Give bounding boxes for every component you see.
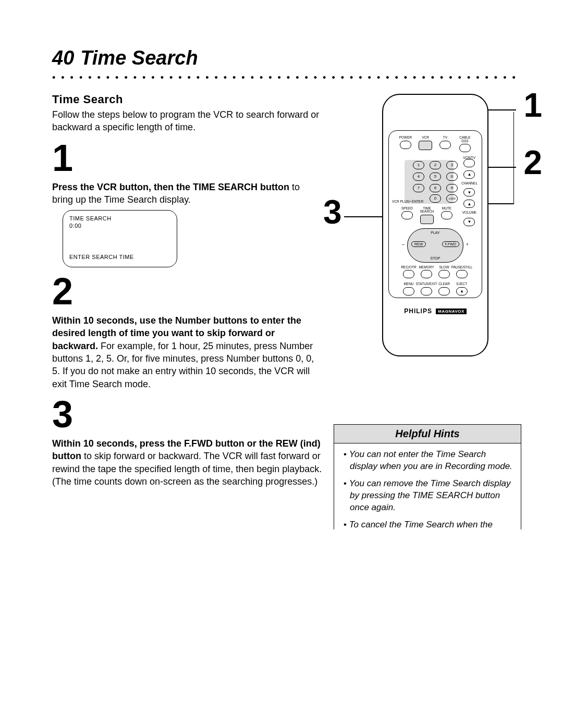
step-3-body: Within 10 seconds, press the F.FWD butto… — [52, 437, 323, 488]
label-clear: CLEAR — [438, 282, 450, 286]
stop-button[interactable]: STOP — [407, 256, 463, 260]
keypad-4[interactable]: 4 — [413, 172, 424, 181]
brand-sub: MAGNAVOX — [436, 309, 467, 314]
hint-item: To cancel the Time Search when the VCR i… — [344, 519, 513, 529]
vcr-display-panel: TIME SEARCH 0:00 ENTER SEARCH TIME — [63, 210, 177, 267]
slow-button[interactable] — [438, 270, 450, 278]
cable-button[interactable] — [459, 144, 471, 152]
page-number: 40 — [52, 47, 74, 69]
callout-2-bracket — [513, 112, 515, 203]
step-1-bold: Press the VCR button, then the TIME SEAR… — [52, 182, 289, 192]
helpful-hints-title: Helpful Hints — [334, 425, 521, 443]
keypad-7[interactable]: 7 — [413, 184, 424, 192]
label-slow: SLOW — [439, 266, 449, 269]
step-2-body: Within 10 seconds, use the Number button… — [52, 314, 323, 390]
display-line-1: TIME SEARCH — [69, 215, 170, 222]
label-vcr: VCR — [422, 136, 429, 140]
time-search-button[interactable] — [420, 215, 434, 224]
transport-pad: PLAY STOP REW F.FWD – + — [407, 228, 463, 263]
callout-2: 2 — [523, 146, 542, 179]
label-status: STATUS/EXIT — [416, 282, 437, 286]
keypad-9[interactable]: 9 — [446, 184, 458, 192]
label-cable: CABLE DSS — [458, 136, 472, 143]
label-pause: PAUSE/STILL — [451, 266, 473, 269]
pause-button[interactable] — [456, 270, 468, 278]
label-power: POWER — [399, 136, 412, 140]
rec-button[interactable] — [403, 270, 414, 278]
callout-1: 1 — [523, 89, 542, 122]
hint-item: You can remove the Time Search display b… — [344, 478, 513, 514]
vcr-button[interactable] — [419, 141, 432, 150]
menu-button[interactable] — [403, 287, 414, 295]
step-3-rest: to skip forward or backward. The VCR wil… — [52, 451, 322, 487]
manual-page: 40 Time Search • • • • • • • • • • • • •… — [0, 0, 563, 529]
power-button[interactable] — [400, 141, 411, 149]
clear-button[interactable] — [438, 287, 450, 295]
label-menu: MENU — [403, 282, 413, 286]
keypad-5[interactable]: 5 — [430, 172, 441, 181]
right-column: 1 2 3 POWER VCR TV CABLE DSS — [334, 94, 521, 529]
speed-button[interactable] — [401, 211, 413, 219]
keypad-8[interactable]: 8 — [430, 184, 441, 192]
remote-inner: POWER VCR TV CABLE DSS VCR/TV 1 2 — [388, 130, 482, 298]
step-1-body: Press the VCR button, then the TIME SEAR… — [52, 181, 323, 206]
ffwd-button[interactable]: F.FWD — [442, 241, 459, 247]
brand-main: PHILIPS — [404, 307, 432, 315]
label-memory: MEMORY — [419, 266, 434, 269]
helpful-hints-list: You can not enter the Time Search displa… — [334, 443, 521, 529]
keypad-0[interactable]: 0 — [430, 194, 441, 203]
play-button[interactable]: PLAY — [407, 231, 463, 235]
eject-button[interactable]: ▲ — [456, 287, 468, 295]
keypad-3[interactable]: 3 — [446, 161, 458, 169]
remote-illustration: 1 2 3 POWER VCR TV CABLE DSS — [349, 94, 521, 356]
tv-button[interactable] — [439, 141, 451, 149]
label-tv: TV — [443, 136, 447, 140]
keypad-6[interactable]: 6 — [446, 172, 458, 181]
display-line-3: ENTER SEARCH TIME — [69, 253, 170, 261]
helpful-hints-box: Helpful Hints You can not enter the Time… — [334, 424, 521, 529]
page-header: 40 Time Search — [52, 47, 521, 69]
rew-button[interactable]: REW — [411, 241, 426, 247]
keypad-100[interactable]: +100 — [446, 194, 458, 203]
status-button[interactable] — [421, 287, 432, 295]
label-speed: SPEED — [401, 207, 413, 211]
callout-3: 3 — [323, 195, 342, 229]
page-title: Time Search — [80, 47, 198, 69]
keypad-1[interactable]: 1 — [413, 161, 424, 169]
memory-button[interactable] — [421, 270, 432, 278]
remote-outline: POWER VCR TV CABLE DSS VCR/TV 1 2 — [382, 94, 488, 356]
hint-item: You can not enter the Time Search displa… — [344, 449, 513, 473]
label-mute: MUTE — [442, 207, 451, 211]
remote-brand: PHILIPS MAGNAVOX — [383, 307, 487, 315]
section-intro: Follow the steps below to program the VC… — [52, 108, 323, 134]
mute-button[interactable] — [441, 211, 452, 219]
dotted-rule: • • • • • • • • • • • • • • • • • • • • … — [52, 72, 521, 83]
display-line-2: 0:00 — [69, 222, 170, 229]
keypad-2[interactable]: 2 — [430, 161, 441, 169]
nav-plus: + — [466, 242, 469, 247]
label-timesearch: TIME SEARCH — [420, 207, 434, 214]
label-eject: EJECT — [457, 282, 468, 286]
nav-minus: – — [402, 242, 405, 247]
label-recotr: REC/OTR — [401, 266, 416, 269]
